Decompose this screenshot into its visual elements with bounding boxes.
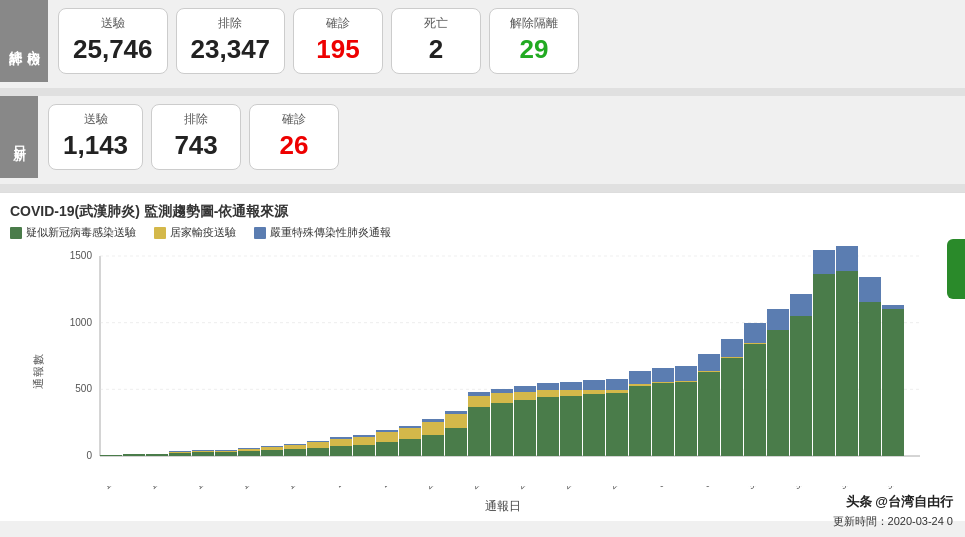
bar-group-11 [353, 246, 375, 456]
x-label-3 [169, 486, 192, 493]
bar-green-27 [721, 358, 743, 456]
bar-group-14 [422, 246, 444, 456]
bar-group-24 [652, 246, 674, 456]
x-label-14: 2/12 [422, 486, 445, 493]
bar-group-27 [721, 246, 743, 456]
bar-green-29 [767, 330, 789, 456]
green-side-tab[interactable] [947, 239, 965, 299]
total-sent-card: 送驗 25,746 [58, 8, 168, 74]
bar-group-19 [537, 246, 559, 456]
x-label-28: 3/11 [744, 486, 767, 493]
bar-group-20 [560, 246, 582, 456]
total-death-card: 死亡 2 [391, 8, 481, 74]
watermark: 头条 @台湾自由行 [846, 493, 953, 511]
bar-group-31 [813, 246, 835, 456]
bar-group-34 [882, 246, 904, 456]
bar-blue-28 [744, 323, 766, 343]
x-label-24: 3/3 [652, 486, 675, 493]
bar-group-25 [675, 246, 697, 456]
x-label-9 [307, 486, 330, 493]
bar-group-18 [514, 246, 536, 456]
bar-blue-31 [813, 250, 835, 274]
bar-green-33 [859, 302, 881, 456]
bar-group-5 [215, 246, 237, 456]
total-sent-value: 25,746 [73, 34, 153, 65]
daily-sent-value: 1,143 [63, 130, 128, 161]
bar-yellow-10 [330, 439, 352, 446]
bar-green-19 [537, 397, 559, 456]
daily-confirmed-label: 確診 [282, 111, 306, 128]
total-sent-label: 送驗 [101, 15, 125, 32]
bar-green-31 [813, 274, 835, 456]
total-excluded-value: 23,347 [191, 34, 271, 65]
bar-green-32 [836, 271, 858, 456]
legend-yellow: 居家輸疫送驗 [154, 225, 236, 240]
x-label-19 [537, 486, 560, 493]
bar-green-13 [399, 439, 421, 456]
bar-group-8 [284, 246, 306, 456]
bar-yellow-11 [353, 437, 375, 445]
bar-group-16 [468, 246, 490, 456]
bar-group-6 [238, 246, 260, 456]
bar-blue-19 [537, 383, 559, 390]
app-container: 內檢總計 送驗 25,746 排除 23,347 確診 195 死亡 2 解除隔… [0, 0, 965, 537]
x-label-6: 1/27 [238, 486, 261, 493]
bar-group-12 [376, 246, 398, 456]
bar-green-17 [491, 403, 513, 456]
x-label-1 [123, 486, 146, 493]
svg-text:1500: 1500 [70, 250, 93, 261]
timestamp: 更新時間：2020-03-24 0 [833, 514, 953, 529]
daily-sent-card: 送驗 1,143 [48, 104, 143, 170]
svg-text:500: 500 [75, 383, 92, 394]
chart-area: 通報數 1500 1000 500 0 1/151/191/ [60, 246, 955, 496]
bar-yellow-13 [399, 428, 421, 439]
x-label-11 [353, 486, 376, 493]
daily-confirmed-value: 26 [280, 130, 309, 161]
bar-blue-30 [790, 294, 812, 316]
legend-blue-dot [254, 227, 266, 239]
bar-group-1 [123, 246, 145, 456]
bar-green-0 [100, 455, 122, 456]
x-label-15 [445, 486, 468, 493]
x-label-34: 3/23 [882, 486, 905, 493]
bar-green-21 [583, 394, 605, 456]
total-excluded-label: 排除 [218, 15, 242, 32]
x-label-30: 3/15 [790, 486, 813, 493]
x-label-18: 2/20 [514, 486, 537, 493]
bar-yellow-17 [491, 393, 513, 403]
bar-group-22 [606, 246, 628, 456]
bar-green-4 [192, 452, 214, 456]
total-cards: 送驗 25,746 排除 23,347 確診 195 死亡 2 解除隔離 29 [48, 0, 589, 82]
x-label-23 [629, 486, 652, 493]
legend-green-dot [10, 227, 22, 239]
x-label-8: 1/31 [284, 486, 307, 493]
bar-group-17 [491, 246, 513, 456]
separator-2 [0, 184, 965, 192]
bar-yellow-12 [376, 432, 398, 442]
bar-group-0 [100, 246, 122, 456]
chart-section: COVID-19(武漢肺炎) 監測趨勢圖-依通報來源 疑似新冠病毒感染送驗 居家… [0, 192, 965, 521]
x-label-29 [767, 486, 790, 493]
bar-blue-25 [675, 366, 697, 381]
x-label-16: 2/16 [468, 486, 491, 493]
x-label-0: 1/15 [100, 486, 123, 493]
x-axis-labels: 1/151/191/231/271/312/42/82/122/162/202/… [100, 486, 920, 496]
bar-blue-21 [583, 380, 605, 390]
bar-green-14 [422, 435, 444, 456]
total-label: 內檢總計 [0, 0, 48, 82]
bar-blue-33 [859, 277, 881, 302]
bar-green-3 [169, 453, 191, 456]
x-label-4: 1/23 [192, 486, 215, 493]
bar-group-32 [836, 246, 858, 456]
bar-group-23 [629, 246, 651, 456]
bar-blue-29 [767, 309, 789, 330]
x-axis-title: 通報日 [50, 498, 955, 515]
bar-green-30 [790, 316, 812, 456]
total-confirmed-label: 確診 [326, 15, 350, 32]
chart-legend: 疑似新冠病毒感染送驗 居家輸疫送驗 嚴重特殊傳染性肺炎通報 [10, 225, 955, 240]
x-label-33 [859, 486, 882, 493]
legend-green-label: 疑似新冠病毒感染送驗 [26, 225, 136, 240]
bar-green-9 [307, 448, 329, 456]
bar-blue-22 [606, 379, 628, 390]
bar-green-26 [698, 372, 720, 456]
